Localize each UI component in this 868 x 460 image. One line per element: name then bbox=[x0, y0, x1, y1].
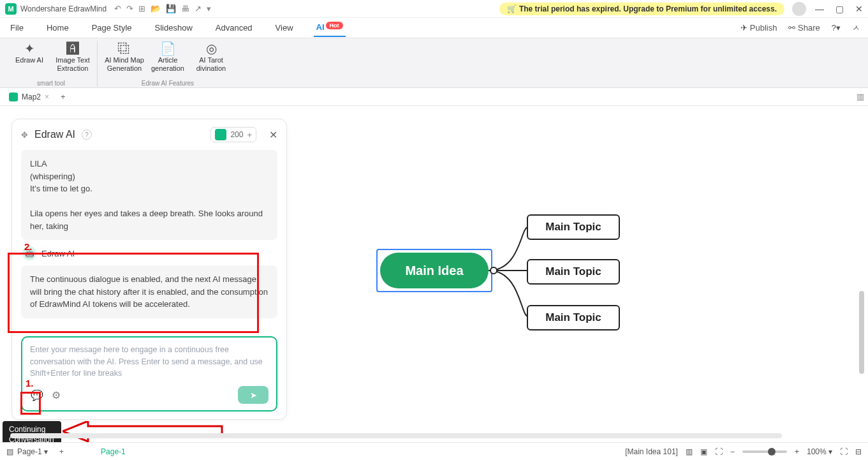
tarot-icon: ◎ bbox=[206, 41, 217, 56]
app-title: Wondershare EdrawMind bbox=[20, 4, 107, 13]
share-button[interactable]: ⚯ Share bbox=[788, 23, 820, 33]
ribbon-group-smart-tool: ✦Edraw AI 🅰Image Text Extraction smart t… bbox=[5, 41, 98, 87]
fit-width-icon[interactable]: ⛶ bbox=[715, 447, 723, 456]
continuing-conversation-button[interactable]: 💬 bbox=[30, 388, 44, 402]
layout-icon[interactable]: ▥ bbox=[686, 447, 693, 456]
page-list-item[interactable]: Page-1 bbox=[101, 447, 126, 456]
expand-handle[interactable] bbox=[490, 267, 497, 274]
ribbon: ✦Edraw AI 🅰Image Text Extraction smart t… bbox=[0, 38, 868, 88]
token-value: 200 bbox=[230, 130, 243, 139]
image-text-extraction-button[interactable]: 🅰Image Text Extraction bbox=[52, 41, 93, 73]
zoom-in-button[interactable]: + bbox=[795, 447, 799, 456]
ai-message: LILA (whispering) It's time to let go. L… bbox=[21, 150, 277, 240]
topic-node[interactable]: Main Topic bbox=[527, 259, 620, 285]
collapse-icon[interactable]: ⊟ bbox=[855, 447, 862, 456]
menu-file[interactable]: File bbox=[8, 19, 26, 36]
menu-home[interactable]: Home bbox=[44, 19, 71, 36]
mindmap-icon: ⿻ bbox=[118, 41, 131, 56]
hot-badge: Hot bbox=[326, 22, 343, 29]
document-tabs: Map2 × + ▥ bbox=[0, 88, 868, 106]
selection-info: [Main Idea 101] bbox=[625, 447, 678, 456]
outline-toggle-icon[interactable]: ▤ bbox=[6, 447, 13, 456]
minimize-icon[interactable]: — bbox=[815, 4, 824, 14]
help-icon[interactable]: ?▾ bbox=[832, 23, 841, 33]
drag-handle-icon[interactable]: ✥ bbox=[21, 130, 28, 140]
ai-mindmap-button[interactable]: ⿻AI Mind Map Generation bbox=[104, 41, 145, 73]
panel-toggle-icon[interactable]: ▥ bbox=[857, 92, 864, 101]
ai-panel-header: ✥ Edraw AI ? 200 + ✕ bbox=[12, 119, 286, 150]
token-icon bbox=[215, 129, 226, 140]
ai-tarot-button[interactable]: ◎AI Tarot divination bbox=[191, 41, 232, 73]
topic-node[interactable]: Main Topic bbox=[527, 214, 620, 240]
doc-tab-label: Map2 bbox=[22, 93, 41, 101]
edraw-ai-panel: ✥ Edraw AI ? 200 + ✕ LILA (whispering) I… bbox=[11, 119, 287, 420]
ribbon-group-edraw-ai-features: ⿻AI Mind Map Generation 📄Article generat… bbox=[100, 41, 235, 87]
settings-icon[interactable]: ⚙ bbox=[49, 388, 63, 402]
group-label: Edraw AI Features bbox=[142, 80, 194, 87]
menu-advanced[interactable]: Advanced bbox=[213, 19, 255, 36]
cart-icon: 🛒 bbox=[507, 4, 517, 13]
ai-input-placeholder[interactable]: Enter your message here to engage in a c… bbox=[30, 344, 268, 380]
ai-icon: ✦ bbox=[24, 41, 35, 56]
horizontal-scrollbar[interactable] bbox=[10, 433, 782, 438]
print-icon[interactable]: 🖶 bbox=[181, 4, 189, 13]
bot-header: 🤖 Edraw AI bbox=[22, 246, 277, 260]
token-counter: 200 + bbox=[210, 127, 256, 142]
open-icon[interactable]: 📂 bbox=[151, 4, 161, 13]
bot-name: Edraw AI bbox=[41, 249, 75, 258]
vertical-scrollbar[interactable] bbox=[859, 291, 864, 374]
article-generation-button[interactable]: 📄Article generation bbox=[147, 41, 188, 73]
quick-access: ↶ ↷ ⊞ 📂 💾 🖶 ↗ ▾ bbox=[114, 4, 211, 13]
export-icon[interactable]: ↗ bbox=[195, 4, 202, 13]
fullscreen-icon[interactable]: ⛶ bbox=[840, 447, 848, 456]
zoom-slider[interactable] bbox=[742, 450, 787, 453]
undo-icon[interactable]: ↶ bbox=[114, 4, 121, 13]
ai-panel-title: Edraw AI bbox=[34, 129, 75, 140]
save-icon[interactable]: 💾 bbox=[166, 4, 176, 13]
more-icon[interactable]: ▾ bbox=[207, 4, 211, 13]
new-tab-button[interactable]: + bbox=[61, 92, 66, 101]
zoom-value[interactable]: 100% ▾ bbox=[807, 447, 832, 456]
page-selector[interactable]: Page-1 ▾ bbox=[17, 447, 48, 456]
menu-slideshow[interactable]: Slideshow bbox=[152, 19, 195, 36]
article-icon: 📄 bbox=[160, 41, 176, 56]
ai-panel-body[interactable]: LILA (whispering) It's time to let go. L… bbox=[12, 150, 286, 331]
bot-avatar-icon: 🤖 bbox=[22, 246, 36, 260]
redo-icon[interactable]: ↷ bbox=[126, 4, 133, 13]
doc-icon bbox=[9, 93, 18, 101]
menu-ai[interactable]: AIHot bbox=[314, 19, 346, 37]
help-icon[interactable]: ? bbox=[82, 130, 92, 140]
menu-view[interactable]: View bbox=[273, 19, 296, 36]
trial-text: The trial period has expired. Upgrade to… bbox=[519, 4, 777, 13]
user-avatar[interactable] bbox=[792, 2, 806, 16]
close-icon[interactable]: ✕ bbox=[855, 4, 863, 14]
maximize-icon[interactable]: ▢ bbox=[835, 4, 844, 14]
tab-close-icon[interactable]: × bbox=[45, 93, 49, 101]
add-page-button[interactable]: + bbox=[59, 447, 64, 456]
ai-message: The continuous dialogue is enabled, and … bbox=[21, 265, 277, 318]
menu-page-style[interactable]: Page Style bbox=[89, 19, 135, 36]
title-bar: M Wondershare EdrawMind ↶ ↷ ⊞ 📂 💾 🖶 ↗ ▾ … bbox=[0, 0, 868, 18]
window-controls: — ▢ ✕ bbox=[815, 4, 863, 14]
doc-tab[interactable]: Map2 × bbox=[4, 93, 54, 101]
add-tokens-button[interactable]: + bbox=[247, 130, 252, 140]
group-label: smart tool bbox=[37, 80, 65, 87]
trial-banner[interactable]: 🛒 The trial period has expired. Upgrade … bbox=[499, 3, 784, 15]
collapse-ribbon-icon[interactable]: ㅅ bbox=[852, 22, 860, 34]
topic-node[interactable]: Main Topic bbox=[527, 305, 620, 330]
new-icon[interactable]: ⊞ bbox=[138, 4, 145, 13]
send-button[interactable]: ➤ bbox=[238, 386, 268, 404]
edraw-ai-button[interactable]: ✦Edraw AI bbox=[9, 41, 50, 73]
zoom-out-button[interactable]: − bbox=[730, 447, 735, 456]
app-logo: M bbox=[5, 3, 17, 15]
publish-button[interactable]: ✈ Publish bbox=[740, 23, 777, 33]
menu-bar: File Home Page Style Slideshow Advanced … bbox=[0, 18, 868, 38]
status-bar: ▤ Page-1 ▾ + Page-1 [Main Idea 101] ▥ ▣ … bbox=[0, 442, 868, 460]
panel-close-icon[interactable]: ✕ bbox=[269, 129, 277, 141]
fit-page-icon[interactable]: ▣ bbox=[700, 447, 707, 456]
ai-input-area[interactable]: Enter your message here to engage in a c… bbox=[21, 336, 277, 412]
main-idea-node[interactable]: Main Idea bbox=[380, 253, 489, 288]
ocr-icon: 🅰 bbox=[66, 41, 79, 56]
